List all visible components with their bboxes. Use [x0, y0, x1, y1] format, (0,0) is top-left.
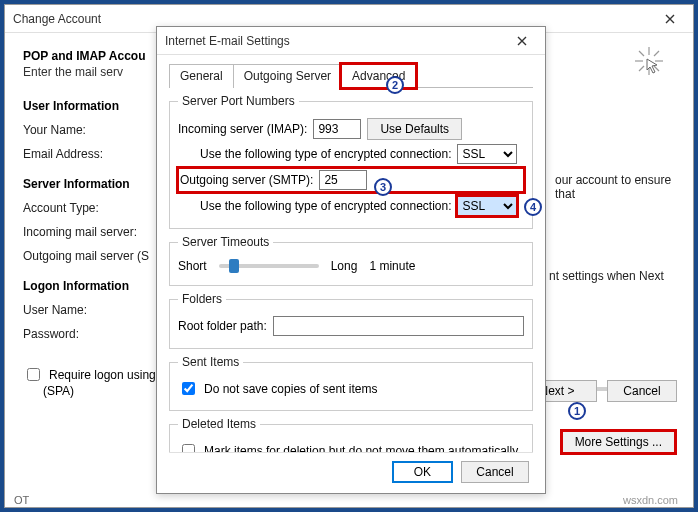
outgoing-server-label: Outgoing server (SMTP):	[180, 173, 313, 187]
step-badge-1: 1	[568, 402, 586, 420]
site-watermark: wsxdn.com	[623, 494, 678, 506]
svg-line-4	[639, 51, 644, 56]
incoming-server-label: Incoming server (IMAP):	[178, 122, 307, 136]
tab-content-advanced: Server Port Numbers Incoming server (IMA…	[169, 88, 533, 452]
mark-deletion-label: Mark items for deletion but do not move …	[204, 444, 518, 453]
timeout-slider[interactable]	[219, 264, 319, 268]
root-folder-label: Root folder path:	[178, 319, 267, 333]
close-icon[interactable]	[655, 8, 685, 30]
svg-line-6	[654, 51, 659, 56]
root-folder-input[interactable]	[273, 316, 524, 336]
step-badge-4: 4	[524, 198, 542, 216]
incoming-enc-row: Use the following type of encrypted conn…	[200, 144, 524, 164]
server-timeouts-group: Server Timeouts Short Long 1 minute	[169, 235, 533, 286]
svg-line-7	[639, 66, 644, 71]
deleted-items-group: Deleted Items Mark items for deletion bu…	[169, 417, 533, 452]
dialog-title: Internet E-mail Settings	[165, 34, 507, 48]
outgoing-enc-select[interactable]: SSL	[457, 196, 517, 216]
incoming-enc-label: Use the following type of encrypted conn…	[200, 147, 451, 161]
step-badge-3: 3	[374, 178, 392, 196]
mark-deletion-row: Mark items for deletion but do not move …	[178, 441, 524, 452]
right-text-1: our account to ensure that	[555, 173, 685, 201]
outgoing-row: Outgoing server (SMTP):	[178, 168, 524, 192]
ok-button[interactable]: OK	[392, 461, 453, 483]
require-spa-checkbox[interactable]	[27, 368, 40, 381]
cursor-star-icon	[633, 45, 665, 77]
dont-save-checkbox[interactable]	[182, 382, 195, 395]
sent-items-legend: Sent Items	[178, 355, 243, 369]
short-label: Short	[178, 259, 207, 273]
incoming-row: Incoming server (IMAP): Use Defaults	[178, 118, 524, 140]
tab-outgoing-server[interactable]: Outgoing Server	[233, 64, 342, 88]
incoming-enc-select[interactable]: SSL	[457, 144, 517, 164]
timeout-value: 1 minute	[369, 259, 415, 273]
incoming-port-input[interactable]	[313, 119, 361, 139]
titlebar-dialog: Internet E-mail Settings	[157, 27, 545, 55]
tabs: General Outgoing Server Advanced	[169, 63, 533, 88]
server-port-numbers-group: Server Port Numbers Incoming server (IMA…	[169, 94, 533, 229]
cancel-button[interactable]: Cancel	[607, 380, 677, 402]
dont-save-label: Do not save copies of sent items	[204, 382, 377, 396]
deleted-items-legend: Deleted Items	[178, 417, 260, 431]
svg-line-5	[654, 66, 659, 71]
dialog-cancel-button[interactable]: Cancel	[461, 461, 529, 483]
require-spa-label: Require logon using	[49, 368, 156, 382]
tab-advanced[interactable]: Advanced	[341, 64, 416, 88]
use-defaults-button[interactable]: Use Defaults	[367, 118, 462, 140]
outgoing-enc-label: Use the following type of encrypted conn…	[200, 199, 451, 213]
window-title: Change Account	[13, 12, 655, 26]
server-port-legend: Server Port Numbers	[178, 94, 299, 108]
server-timeouts-legend: Server Timeouts	[178, 235, 273, 249]
outgoing-enc-row: Use the following type of encrypted conn…	[200, 196, 524, 216]
outgoing-port-input[interactable]	[319, 170, 367, 190]
tab-general[interactable]: General	[169, 64, 234, 88]
right-text-2: nt settings when Next	[549, 269, 689, 283]
folders-group: Folders Root folder path:	[169, 292, 533, 349]
dont-save-row: Do not save copies of sent items	[178, 379, 524, 398]
timeout-row: Short Long 1 minute	[178, 259, 524, 273]
dialog-buttons: OK Cancel	[169, 452, 533, 493]
root-folder-row: Root folder path:	[178, 316, 524, 336]
dialog-body: General Outgoing Server Advanced Server …	[157, 55, 545, 493]
email-settings-dialog: Internet E-mail Settings General Outgoin…	[156, 26, 546, 494]
ot-label: OT	[14, 494, 29, 506]
sent-items-group: Sent Items Do not save copies of sent it…	[169, 355, 533, 411]
folders-legend: Folders	[178, 292, 226, 306]
step-badge-2: 2	[386, 76, 404, 94]
mark-deletion-checkbox[interactable]	[182, 444, 195, 452]
more-settings-button[interactable]: More Settings ...	[562, 431, 675, 453]
dialog-close-icon[interactable]	[507, 30, 537, 52]
long-label: Long	[331, 259, 358, 273]
